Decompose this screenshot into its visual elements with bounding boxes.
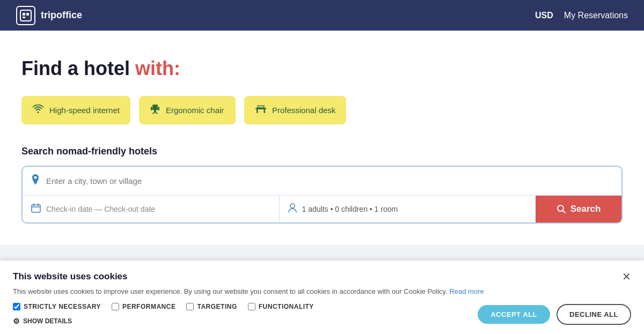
checkbox-performance[interactable]: PERFORMANCE [112,303,176,310]
my-reservations-link[interactable]: My Reservations [564,11,628,20]
currency-selector[interactable]: USD [535,11,553,20]
cookie-buttons: ACCEPT ALL DECLINE ALL [478,304,631,325]
svg-rect-0 [20,10,31,21]
date-placeholder: Check-in date — Check-out date [46,205,155,213]
search-section-label: Search nomad-friendly hotels [21,146,623,157]
svg-rect-5 [151,108,159,110]
chair-icon [150,103,160,117]
svg-rect-10 [158,107,159,110]
svg-rect-4 [152,105,158,108]
pill-high-speed-internet[interactable]: High-speed internet [21,96,130,124]
checkbox-targeting[interactable]: TARGETING [186,303,237,310]
svg-rect-15 [259,106,263,107]
header-right: USD My Reservations [535,11,628,20]
search-icon [557,204,566,214]
search-button-label: Search [570,204,601,214]
logo-icon [16,6,35,25]
cookie-checkboxes-row: STRICTLY NECESSARY PERFORMANCE TARGETING… [13,303,314,325]
logo[interactable]: tripoffice [16,6,82,25]
checkbox-strictly-necessary[interactable]: STRICTLY NECESSARY [13,303,101,310]
svg-rect-11 [255,108,266,109]
performance-checkbox[interactable] [112,303,119,310]
location-input[interactable] [46,176,613,185]
strictly-necessary-checkbox[interactable] [13,303,20,310]
wifi-icon [32,105,44,116]
svg-rect-6 [154,110,156,113]
date-field[interactable]: Check-in date — Check-out date [23,196,280,222]
cookie-close-button[interactable]: ✕ [622,271,631,282]
feature-pills: High-speed internet Ergonomic chair [21,96,623,124]
functionality-checkbox[interactable] [248,303,255,310]
svg-rect-12 [257,109,258,113]
targeting-checkbox[interactable] [186,303,194,310]
svg-rect-2 [26,13,29,16]
calendar-icon [31,203,41,215]
search-container: Check-in date — Check-out date 1 adults … [21,166,623,224]
cookie-banner: This website uses cookies ✕ This website… [0,260,644,334]
cookie-header: This website uses cookies ✕ [13,271,631,282]
location-row [23,167,621,196]
guests-text: 1 adults • 0 children • 1 room [302,205,398,213]
decline-all-button[interactable]: DECLINE ALL [557,304,631,325]
desk-icon [255,104,267,116]
search-button[interactable]: Search [536,196,621,222]
pill-ergonomic-chair[interactable]: Ergonomic chair [139,96,236,124]
logo-text: tripoffice [41,10,82,21]
show-details-row[interactable]: ⚙ SHOW DETAILS [13,317,314,325]
svg-rect-8 [156,113,158,114]
cookie-checkboxes: STRICTLY NECESSARY PERFORMANCE TARGETING… [13,303,314,310]
pill-label: Professional desk [272,106,335,115]
checkbox-functionality[interactable]: FUNCTIONALITY [248,303,314,310]
location-icon [31,174,40,188]
svg-rect-3 [23,17,25,18]
show-details-label: SHOW DETAILS [23,317,72,325]
pill-label: Ergonomic chair [166,106,224,115]
cookie-actions: STRICTLY NECESSARY PERFORMANCE TARGETING… [13,303,631,325]
person-icon [288,203,297,215]
svg-point-17 [290,204,295,208]
pill-label: High-speed internet [49,106,120,115]
cookie-read-more-link[interactable]: Read more [449,287,484,295]
svg-rect-13 [264,109,265,113]
cookie-description: This website uses cookies to improve use… [13,287,631,295]
hero-heading-highlight: with: [135,57,180,79]
guests-field[interactable]: 1 adults • 0 children • 1 room [280,196,536,222]
svg-rect-16 [32,205,40,212]
accept-all-button[interactable]: ACCEPT ALL [478,305,550,324]
svg-rect-9 [151,107,152,110]
svg-rect-1 [23,13,25,16]
main-content: Find a hotel with: High-speed internet [0,31,644,245]
hero-heading: Find a hotel with: [21,57,623,80]
cookie-title: This website uses cookies [13,271,128,282]
gear-icon: ⚙ [13,317,20,325]
header: tripoffice USD My Reservations [0,0,644,31]
svg-rect-7 [152,113,155,114]
pill-professional-desk[interactable]: Professional desk [244,96,346,124]
search-bottom-row: Check-in date — Check-out date 1 adults … [23,196,621,222]
